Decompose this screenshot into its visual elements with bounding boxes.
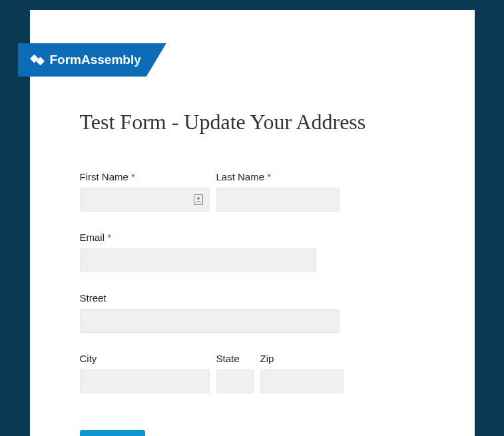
zip-input[interactable]: [260, 369, 344, 393]
field-city: City: [80, 353, 210, 393]
row-email: Email *: [80, 232, 425, 272]
row-street: Street: [80, 292, 425, 333]
first-name-label: First Name *: [80, 171, 210, 182]
street-label: Street: [80, 292, 340, 304]
required-marker: *: [267, 171, 271, 182]
row-city-state-zip: City State Zip: [80, 353, 425, 393]
field-state: State: [216, 353, 254, 393]
state-label: State: [216, 353, 254, 364]
field-last-name: Last Name *: [216, 171, 340, 212]
field-street: Street: [80, 292, 340, 333]
last-name-input[interactable]: [216, 188, 340, 212]
formassembly-logo-icon: [30, 53, 45, 67]
row-name: First Name * Last Name *: [80, 171, 425, 212]
last-name-label-text: Last Name: [216, 171, 265, 182]
submit-row: Submit: [80, 430, 425, 436]
required-marker: *: [107, 232, 111, 243]
city-label: City: [80, 353, 210, 364]
first-name-label-text: First Name: [80, 171, 128, 182]
form-container: FormAssembly Test Form - Update Your Add…: [30, 10, 475, 436]
field-zip: Zip: [260, 353, 344, 393]
required-marker: *: [131, 171, 135, 182]
email-label-text: Email: [80, 232, 105, 243]
last-name-label: Last Name *: [216, 171, 340, 182]
submit-button[interactable]: Submit: [80, 430, 146, 436]
field-email: Email *: [80, 232, 316, 272]
zip-label: Zip: [260, 353, 344, 364]
email-label: Email *: [80, 232, 316, 243]
email-input[interactable]: [80, 248, 316, 272]
brand-name: FormAssembly: [50, 53, 141, 67]
state-input[interactable]: [216, 369, 254, 393]
first-name-input[interactable]: [80, 188, 210, 212]
page-title: Test Form - Update Your Address: [80, 110, 425, 134]
field-first-name: First Name *: [80, 171, 210, 212]
street-input[interactable]: [80, 309, 340, 333]
city-input[interactable]: [80, 369, 210, 393]
brand-badge: FormAssembly: [18, 43, 166, 77]
